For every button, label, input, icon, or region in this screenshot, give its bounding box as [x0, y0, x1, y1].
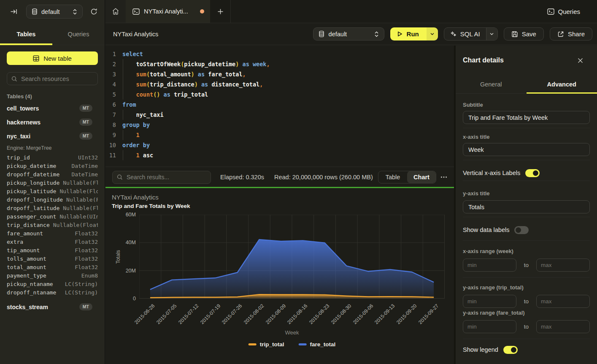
- y-axis-range-fare-min-input[interactable]: [463, 320, 516, 333]
- column-type: DateTime: [68, 171, 98, 178]
- column-item-payment_type[interactable]: payment_typeEnum8: [7, 271, 98, 280]
- line-code: count() as trip_total: [122, 89, 208, 100]
- column-item-trip_id[interactable]: trip_idUInt32: [7, 153, 98, 162]
- tab-nytaxi-analytics[interactable]: NYTaxi Analyti...: [126, 0, 210, 23]
- refresh-button[interactable]: [89, 7, 99, 17]
- unsaved-changes-dot: [200, 9, 204, 13]
- results-more-button[interactable]: [440, 176, 447, 178]
- column-item-dropoff_latitude[interactable]: dropoff_latitudeNullable(Float64): [7, 204, 98, 212]
- subtitle-input[interactable]: [463, 111, 590, 124]
- view-chart-label: Chart: [413, 174, 430, 181]
- view-chart-button[interactable]: Chart: [407, 171, 436, 183]
- y-tick-label: 0: [116, 296, 136, 302]
- column-item-pickup_longitude[interactable]: pickup_longitudeNullable(Float64): [7, 178, 98, 187]
- chart-plot[interactable]: [139, 215, 445, 299]
- line-code: group by: [122, 120, 150, 130]
- y-axis-title-input[interactable]: [463, 200, 590, 213]
- column-item-passenger_count[interactable]: passenger_countNullable(UInt8): [7, 212, 98, 221]
- close-panel-button[interactable]: [575, 56, 585, 65]
- line-code: nyc_taxi: [122, 110, 164, 120]
- column-name: dropoff_ntaname: [7, 289, 56, 296]
- vertical-x-axis-labels-toggle[interactable]: [525, 169, 540, 177]
- column-item-tip_amount[interactable]: tip_amountFloat32: [7, 246, 98, 254]
- database-icon: [319, 31, 324, 37]
- column-item-pickup_datetime[interactable]: pickup_datetimeDateTime: [7, 162, 98, 170]
- sidebar-tab-tables[interactable]: Tables: [0, 23, 52, 45]
- sidebar-database-select[interactable]: default: [26, 5, 83, 19]
- column-item-dropoff_datetime[interactable]: dropoff_datetimeDateTime: [7, 170, 98, 178]
- column-item-total_amount[interactable]: total_amountFloat32: [7, 263, 98, 271]
- table-item-hackernews[interactable]: hackernewsMT: [7, 115, 98, 129]
- legend-item-trip_total[interactable]: trip_total: [249, 341, 284, 348]
- line-code: from: [122, 100, 136, 110]
- show-legend-label: Show legend: [463, 346, 498, 353]
- column-type: Float32: [71, 230, 98, 237]
- chart-details-panel: Chart details General Advanced Subtitle: [456, 46, 597, 364]
- legend-label: trip_total: [260, 341, 284, 348]
- column-item-fare_amount[interactable]: fare_amountFloat32: [7, 229, 98, 237]
- column-item-pickup_ntaname[interactable]: pickup_ntanameLC(String): [7, 280, 98, 288]
- column-item-dropoff_ntaname[interactable]: dropoff_ntanameLC(String): [7, 288, 98, 297]
- x-axis-range-to-label: to: [516, 262, 536, 268]
- table-item-cell_towers[interactable]: cell_towersMT: [7, 101, 98, 115]
- column-name: dropoff_datetime: [7, 171, 59, 178]
- line-code: 1: [122, 130, 140, 140]
- sql-editor[interactable]: 1select2 toStartOfWeek(pickup_datetime) …: [105, 46, 454, 167]
- code-line-9: 9 1: [105, 130, 454, 140]
- view-table-button[interactable]: Table: [378, 171, 407, 183]
- column-item-dropoff_longitude[interactable]: dropoff_longitudeNullable(Float64): [7, 195, 98, 204]
- x-axis-title-input[interactable]: [463, 143, 590, 156]
- column-item-pickup_latitude[interactable]: pickup_latitudeNullable(Float64): [7, 187, 98, 195]
- sql-ai-button[interactable]: SQL AI: [444, 28, 486, 40]
- query-title: NYTaxi Analytics: [113, 31, 158, 38]
- y-axis-range-trip-min-input[interactable]: [463, 295, 516, 308]
- run-options-button[interactable]: [427, 27, 438, 40]
- results-search-input[interactable]: [127, 174, 206, 181]
- show-data-labels-label: Show data labels: [463, 226, 509, 233]
- home-tab[interactable]: [105, 0, 126, 23]
- x-axis-range-group: x-axis range (week) to: [463, 241, 590, 278]
- save-button[interactable]: Save: [504, 27, 544, 40]
- x-axis-range-max-input[interactable]: [536, 259, 590, 272]
- chart-section: NYTaxi Analytics Trip and Fare Totals by…: [105, 188, 454, 364]
- column-item-tolls_amount[interactable]: tolls_amountFloat32: [7, 254, 98, 263]
- chevron-down-icon: [430, 32, 435, 36]
- toolbar-database-select[interactable]: default: [313, 27, 384, 40]
- new-table-button[interactable]: New table: [7, 51, 98, 65]
- column-name: tip_amount: [7, 247, 40, 253]
- close-icon: [577, 57, 583, 64]
- column-type: Float32: [71, 247, 98, 253]
- sidebar-search-input[interactable]: [21, 75, 93, 82]
- y-axis-range-trip-max-input[interactable]: [536, 295, 590, 308]
- queries-button[interactable]: Queries: [547, 0, 580, 23]
- column-type: LC(String): [62, 289, 98, 296]
- collapse-sidebar-button[interactable]: [8, 7, 19, 17]
- legend-item-fare_total[interactable]: fare_total: [298, 341, 335, 348]
- share-button[interactable]: Share: [550, 27, 592, 40]
- show-data-labels-group: Show data labels: [463, 217, 590, 241]
- subtitle-field-group: Subtitle: [463, 94, 590, 128]
- content-row: 1select2 toStartOfWeek(pickup_datetime) …: [105, 46, 597, 364]
- x-axis-range-min-input[interactable]: [463, 259, 516, 272]
- ellipsis-icon: [440, 176, 447, 178]
- y-axis-range-fare-max-input[interactable]: [536, 320, 590, 333]
- table-list: cell_towersMThackernewsMTnyc_taxiMTEngin…: [7, 101, 98, 314]
- column-item-trip_distance[interactable]: trip_distanceNullable(Float64): [7, 221, 98, 229]
- column-item-extra[interactable]: extraFloat32: [7, 237, 98, 246]
- search-icon: [117, 174, 123, 180]
- new-tab-button[interactable]: [210, 0, 231, 23]
- column-type: Nullable(Float64): [59, 205, 98, 211]
- panel-tab-advanced[interactable]: Advanced: [527, 75, 597, 93]
- table-item-stocks_stream[interactable]: stocks_streamMT: [7, 300, 98, 314]
- sidebar-tab-queries[interactable]: Queries: [52, 23, 105, 45]
- show-data-labels-toggle[interactable]: [514, 226, 529, 234]
- chart-subtitle: Trip and Fare Totals by Week: [112, 203, 190, 209]
- show-legend-toggle[interactable]: [503, 346, 518, 354]
- run-button[interactable]: Run: [390, 27, 427, 40]
- column-type: Float32: [71, 256, 98, 262]
- sql-ai-options-button[interactable]: [486, 28, 497, 40]
- table-item-nyc_taxi[interactable]: nyc_taxiMT: [7, 129, 98, 143]
- panel-tab-general[interactable]: General: [456, 75, 527, 93]
- column-type: Float32: [71, 264, 98, 270]
- code-line-3: 3 sum(total_amount) as fare_total,: [105, 69, 454, 79]
